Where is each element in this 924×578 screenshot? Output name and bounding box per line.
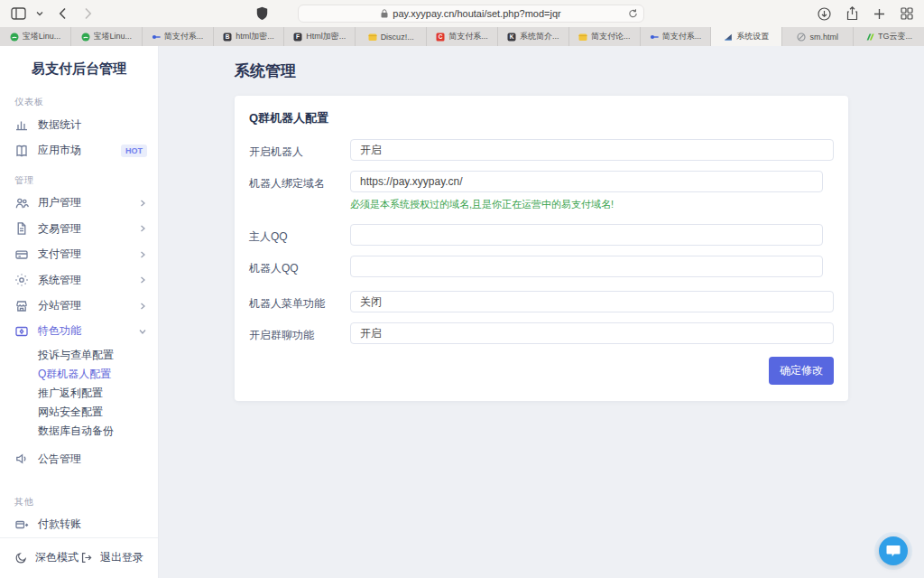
sidebar-item-users[interactable]: 用户管理	[0, 191, 158, 216]
dark-square-b-icon: B	[223, 33, 232, 42]
featured-submenu: 投诉与查单配置 Q群机器人配置 推广返利配置 网站安全配置 数据库自动备份	[0, 346, 158, 441]
chevron-down-icon	[138, 327, 147, 336]
book-icon	[14, 144, 29, 158]
sidebar-item-transfer[interactable]: 付款转账	[0, 512, 158, 537]
url-bar[interactable]: pay.xyypay.cn/houtai/set.php?mod=jqr	[298, 5, 644, 23]
main-content: 系统管理 Q群机器人配置 开启机器人 机器人绑定域名 必须是本系统授权过的域名,…	[159, 46, 924, 578]
sidebar-item-trade[interactable]: 交易管理	[0, 216, 158, 241]
tab-sm-html[interactable]: sm.html	[782, 27, 854, 46]
logout-icon	[79, 551, 93, 564]
form-row-group-chat: 开启群聊功能	[249, 322, 834, 344]
robot-menu-input[interactable]	[350, 291, 834, 312]
tab-tg-cloud[interactable]: TG云变...	[854, 27, 924, 46]
tab-epay-2[interactable]: C 简支付系...	[427, 27, 498, 46]
tab-html-encrypt-2[interactable]: F Html加密...	[284, 27, 356, 46]
enable-robot-input[interactable]	[350, 139, 834, 161]
field-label: 机器人菜单功能	[249, 291, 350, 312]
sidebar-toggle-icon[interactable]	[11, 7, 26, 20]
robot-qq-input[interactable]	[350, 256, 823, 277]
dark-mode-label: 深色模式	[35, 550, 79, 565]
field-label: 开启机器人	[249, 139, 350, 161]
tab-label: 宝塔Linu...	[94, 31, 133, 42]
submenu-item-rebate[interactable]: 推广返利配置	[0, 384, 158, 403]
tab-epay-3[interactable]: 简支付系...	[641, 27, 712, 46]
apps-icon	[14, 324, 29, 339]
tab-html-encrypt-1[interactable]: B html加密...	[214, 27, 285, 46]
tab-discuz[interactable]: Discuz!...	[356, 27, 427, 46]
section-label-dashboard: 仪表板	[14, 96, 143, 108]
dark-square-k-icon: K	[507, 33, 516, 42]
sidebar-item-substation[interactable]: 分站管理	[0, 293, 158, 318]
chevron-down-icon[interactable]	[36, 11, 43, 16]
tab-system-settings-active[interactable]: 系统设置	[711, 27, 782, 46]
tab-baota-2[interactable]: 宝塔Linu...	[71, 27, 143, 46]
toolbar-right-group	[818, 0, 913, 27]
sidebar-item-system[interactable]: 系统管理	[0, 267, 158, 293]
transfer-icon	[14, 517, 29, 532]
svg-text:C: C	[439, 33, 443, 40]
tab-label: TG云变...	[878, 31, 912, 42]
privacy-shield-icon[interactable]	[256, 6, 268, 24]
svg-text:B: B	[226, 33, 230, 40]
svg-text:K: K	[510, 33, 514, 40]
submenu-item-security[interactable]: 网站安全配置	[0, 403, 158, 422]
submenu-item-complaint[interactable]: 投诉与查单配置	[0, 346, 158, 365]
tab-system-intro[interactable]: K 系统简介...	[498, 27, 569, 46]
tab-overview-icon[interactable]	[901, 7, 913, 20]
sidebar-item-label: 公告管理	[38, 452, 81, 467]
share-icon[interactable]	[846, 6, 858, 21]
sidebar-item-announce[interactable]: 公告管理	[0, 446, 158, 471]
sidebar-item-label: 数据统计	[38, 117, 81, 133]
red-square-c-icon: C	[436, 33, 445, 42]
chat-widget-button[interactable]	[879, 536, 908, 565]
downloads-icon[interactable]	[818, 7, 831, 21]
gear-icon	[14, 273, 29, 287]
tab-label: 宝塔Linu...	[23, 31, 61, 42]
dark-square-f-icon: F	[293, 33, 302, 42]
sidebar-item-stats[interactable]: 数据统计	[0, 112, 158, 137]
bind-domain-input[interactable]	[350, 171, 823, 192]
app-title: 易支付后台管理	[0, 46, 158, 85]
owner-qq-input[interactable]	[350, 224, 823, 246]
confirm-submit-button[interactable]: 确定修改	[769, 357, 834, 385]
tab-label: 简支付系...	[164, 31, 204, 42]
field-label: 主人QQ	[249, 224, 350, 246]
chevron-right-icon	[138, 275, 147, 284]
sidebar-item-featured[interactable]: 特色功能	[0, 319, 158, 344]
new-tab-icon[interactable]	[873, 8, 885, 20]
chevron-right-icon	[138, 250, 147, 259]
yellow-box-icon	[578, 33, 587, 42]
tab-label: Discuz!...	[381, 33, 414, 42]
logout-button[interactable]: 退出登录	[79, 550, 143, 565]
tab-label: html加密...	[236, 31, 274, 42]
submenu-item-qq-robot-active[interactable]: Q群机器人配置	[0, 365, 158, 384]
form-row-robot-menu: 机器人菜单功能	[249, 291, 834, 312]
submenu-item-backup[interactable]: 数据库自动备份	[0, 422, 158, 441]
group-chat-input[interactable]	[350, 322, 834, 344]
bar-chart-icon	[14, 117, 29, 132]
form-row-robot-qq: 机器人QQ	[249, 256, 834, 277]
tab-baota-1[interactable]: 宝塔Linu...	[0, 27, 71, 46]
browser-tab-bar: 宝塔Linu... 宝塔Linu... 简支付系... B html加密... …	[0, 27, 924, 46]
field-label: 开启群聊功能	[249, 322, 350, 344]
tab-epay-1[interactable]: 简支付系...	[143, 27, 214, 46]
blue-key-icon	[650, 33, 659, 42]
section-label-manage: 管理	[14, 174, 143, 187]
refresh-icon[interactable]	[628, 8, 638, 21]
speaker-icon	[14, 452, 29, 466]
sidebar-item-payment[interactable]: 支付管理	[0, 242, 158, 267]
yellow-box-icon	[368, 33, 377, 42]
form-row-bind-domain: 机器人绑定域名 必须是本系统授权过的域名,且是你正在运营中的易支付域名!	[249, 171, 834, 211]
lock-icon	[381, 9, 388, 18]
sidebar-item-market[interactable]: 应用市场 HOT	[0, 137, 158, 163]
back-icon[interactable]	[59, 7, 67, 20]
form-row-enable-robot: 开启机器人	[249, 139, 834, 161]
tab-epay-forum[interactable]: 简支付论...	[569, 27, 641, 46]
tab-label: 简支付论...	[591, 31, 631, 42]
sidebar-item-label: 分站管理	[38, 298, 81, 313]
dark-mode-toggle[interactable]: 深色模式	[14, 550, 79, 565]
field-label: 机器人绑定域名	[249, 171, 350, 211]
tab-label: 系统简介...	[520, 31, 559, 42]
forward-icon[interactable]	[84, 7, 92, 20]
hot-badge: HOT	[121, 144, 147, 157]
